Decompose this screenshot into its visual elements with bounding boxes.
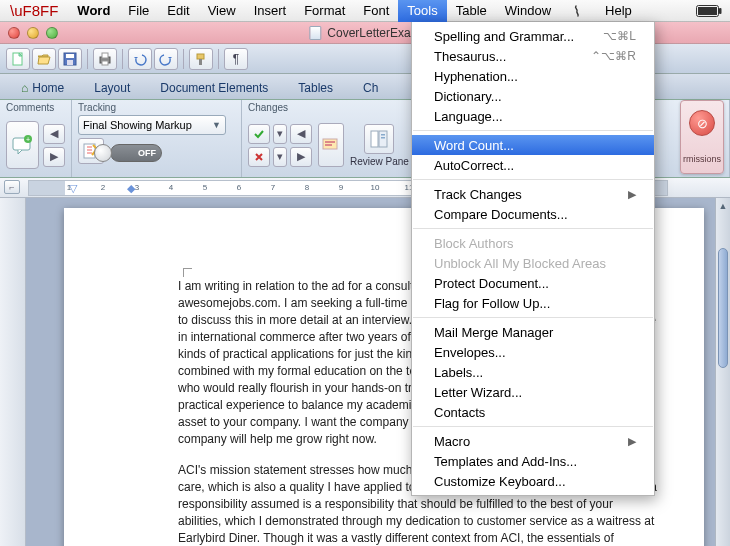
ruler-number: 1 [67,183,71,192]
accept-change-button[interactable] [248,124,270,144]
permissions-label: rmissions [683,154,721,164]
svg-rect-22 [381,137,385,139]
menu-insert[interactable]: Insert [245,0,296,22]
ruler-number: 6 [237,183,241,192]
svg-rect-6 [67,60,73,65]
format-painter-button[interactable] [189,48,213,70]
menu-item-letter-wizard[interactable]: Letter Wizard... [412,382,654,402]
next-change-button[interactable]: ▶ [290,147,312,167]
new-comment-button[interactable]: + [6,121,39,169]
group-title-comments: Comments [6,102,65,113]
svg-rect-8 [102,53,108,58]
ruler-number: 8 [305,183,309,192]
menu-item-templates-and-add-ins[interactable]: Templates and Add-Ins... [412,451,654,471]
accept-dropdown[interactable]: ▾ [273,124,287,144]
apple-menu-icon[interactable]: \uF8FF [10,2,58,19]
ruler-number: 3 [135,183,139,192]
menu-item-word-count[interactable]: Word Count... [412,135,654,155]
menu-item-envelopes[interactable]: Envelopes... [412,342,654,362]
open-button[interactable] [32,48,56,70]
menu-item-compare-documents[interactable]: Compare Documents... [412,204,654,224]
menu-item-labels[interactable]: Labels... [412,362,654,382]
print-button[interactable] [93,48,117,70]
menu-view[interactable]: View [199,0,245,22]
svg-rect-18 [325,144,332,146]
balloons-button[interactable] [318,123,344,167]
review-pane-button[interactable] [364,124,394,154]
tab-stop-selector[interactable]: ⌐ [4,180,20,194]
menu-separator [413,179,653,180]
menu-item-thesaurus[interactable]: Thesaurus...⌃⌥⌘R [412,46,654,66]
menu-help[interactable]: Help [596,0,641,22]
ruler-number: 2 [101,183,105,192]
previous-change-button[interactable]: ◀ [290,124,312,144]
menu-separator [413,426,653,427]
menu-table[interactable]: Table [447,0,496,22]
menu-item-flag-for-follow-up[interactable]: Flag for Follow Up... [412,293,654,313]
menu-item-protect-document[interactable]: Protect Document... [412,273,654,293]
redo-button[interactable] [154,48,178,70]
minimize-window-button[interactable] [27,27,39,39]
menu-item-spelling-and-grammar[interactable]: Spelling and Grammar...⌥⌘L [412,26,654,46]
menu-tools[interactable]: Tools [398,0,446,22]
menu-item-customize-keyboard[interactable]: Customize Keyboard... [412,471,654,491]
margin-corner-mark [183,268,192,277]
svg-text:+: + [25,136,29,143]
menu-file[interactable]: File [119,0,158,22]
document-title-text: CoverLetterExam [327,26,420,40]
tools-menu-dropdown: Spelling and Grammar...⌥⌘LThesaurus...⌃⌥… [411,22,655,496]
previous-comment-button[interactable]: ◀ [43,124,65,144]
new-document-button[interactable] [6,48,30,70]
reject-dropdown[interactable]: ▾ [273,147,287,167]
save-button[interactable] [58,48,82,70]
menu-item-block-authors: Block Authors [412,233,654,253]
menu-item-contacts[interactable]: Contacts [412,402,654,422]
vertical-scrollbar[interactable]: ▲ [715,198,730,546]
menu-font[interactable]: Font [354,0,398,22]
vertical-ruler[interactable] [0,198,26,546]
home-icon: ⌂ [21,81,28,95]
svg-rect-1 [719,8,722,14]
system-menubar: \uF8FF Word File Edit View Insert Format… [0,0,730,22]
ruler-number: 10 [371,183,380,192]
group-title-tracking: Tracking [78,102,235,113]
review-pane-label: Review Pane [350,156,409,167]
menu-window[interactable]: Window [496,0,560,22]
menu-item-macro[interactable]: Macro▶ [412,431,654,451]
ribbon-tab-charts[interactable]: Ch [348,76,393,99]
zoom-window-button[interactable] [46,27,58,39]
next-comment-button[interactable]: ▶ [43,147,65,167]
undo-button[interactable] [128,48,152,70]
menu-item-autocorrect[interactable]: AutoCorrect... [412,155,654,175]
block-authors-icon[interactable]: ⊘ [689,110,715,136]
close-window-button[interactable] [8,27,20,39]
track-changes-toggle[interactable]: OFF [110,144,162,162]
display-for-review-select[interactable]: Final Showing Markup▼ [78,115,226,135]
menu-format[interactable]: Format [295,0,354,22]
menu-item-hyphenation[interactable]: Hyphenation... [412,66,654,86]
menu-item-track-changes[interactable]: Track Changes▶ [412,184,654,204]
ruler-number: 5 [203,183,207,192]
svg-rect-10 [197,54,204,59]
scroll-thumb[interactable] [718,248,728,368]
svg-rect-11 [199,59,202,65]
show-formatting-button[interactable]: ¶ [224,48,248,70]
ruler-number: 7 [271,183,275,192]
document-proxy-icon[interactable] [309,26,321,40]
menu-item-mail-merge-manager[interactable]: Mail Merge Manager [412,322,654,342]
ribbon-tab-layout[interactable]: Layout [79,76,145,99]
scroll-up-arrow[interactable]: ▲ [716,198,730,213]
menu-edit[interactable]: Edit [158,0,198,22]
svg-rect-19 [371,131,378,147]
ribbon-tab-tables[interactable]: Tables [283,76,348,99]
ribbon-tab-document-elements[interactable]: Document Elements [145,76,283,99]
script-menu-icon[interactable] [564,0,596,22]
svg-rect-17 [325,141,335,143]
ruler-number: 4 [169,183,173,192]
ribbon-tab-home[interactable]: ⌂Home [6,76,79,99]
app-menu-word[interactable]: Word [68,0,119,22]
reject-change-button[interactable] [248,147,270,167]
document-title: CoverLetterExam [309,26,420,40]
menu-item-language[interactable]: Language... [412,106,654,126]
menu-item-dictionary[interactable]: Dictionary... [412,86,654,106]
